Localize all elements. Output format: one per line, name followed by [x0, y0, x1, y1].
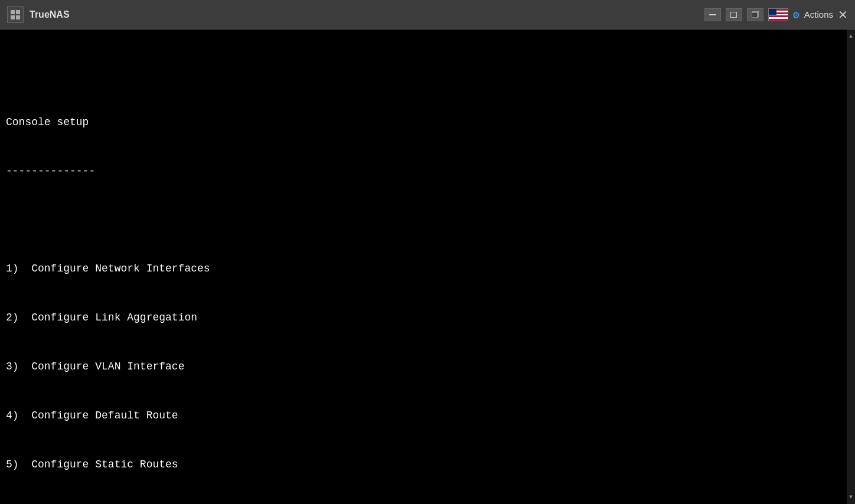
restore-button[interactable] — [747, 8, 763, 21]
app-logo — [7, 6, 24, 23]
menu-item-3: 3) Configure VLAN Interface — [6, 358, 846, 375]
menu-item-4: 4) Configure Default Route — [6, 407, 846, 424]
app-title: TrueNAS — [30, 9, 70, 20]
svg-rect-2 — [11, 15, 15, 19]
terminal-content: Console setup -------------- 1) Configur… — [3, 73, 849, 504]
actions-button[interactable]: Actions — [804, 9, 833, 19]
svg-rect-1 — [16, 10, 20, 14]
titlebar: TrueNAS ⚙ Actions ✕ — [0, 0, 855, 30]
close-button[interactable]: ✕ — [838, 8, 848, 22]
menu-item-5: 5) Configure Static Routes — [6, 456, 846, 473]
titlebar-controls: ⚙ Actions ✕ — [704, 8, 848, 22]
svg-rect-4 — [709, 14, 716, 15]
minimize-button[interactable] — [704, 8, 721, 21]
svg-rect-0 — [11, 10, 15, 14]
svg-rect-7 — [752, 12, 758, 18]
terminal[interactable]: Console setup -------------- 1) Configur… — [0, 30, 855, 504]
scroll-down-arrow[interactable]: ▼ — [849, 493, 853, 502]
svg-rect-3 — [16, 15, 20, 19]
language-flag[interactable] — [768, 8, 788, 21]
spacer-1 — [6, 212, 846, 229]
scroll-up-arrow[interactable]: ▲ — [849, 32, 853, 41]
svg-rect-5 — [731, 12, 737, 17]
gear-icon[interactable]: ⚙ — [793, 8, 799, 21]
console-heading: Console setup — [6, 114, 846, 131]
menu-item-1: 1) Configure Network Interfaces — [6, 260, 846, 277]
scrollbar[interactable]: ▲ ▼ — [847, 30, 855, 504]
maximize-button[interactable] — [726, 8, 742, 21]
menu-item-2: 2) Configure Link Aggregation — [6, 309, 846, 326]
console-separator: -------------- — [6, 163, 846, 180]
titlebar-left: TrueNAS — [7, 6, 70, 23]
